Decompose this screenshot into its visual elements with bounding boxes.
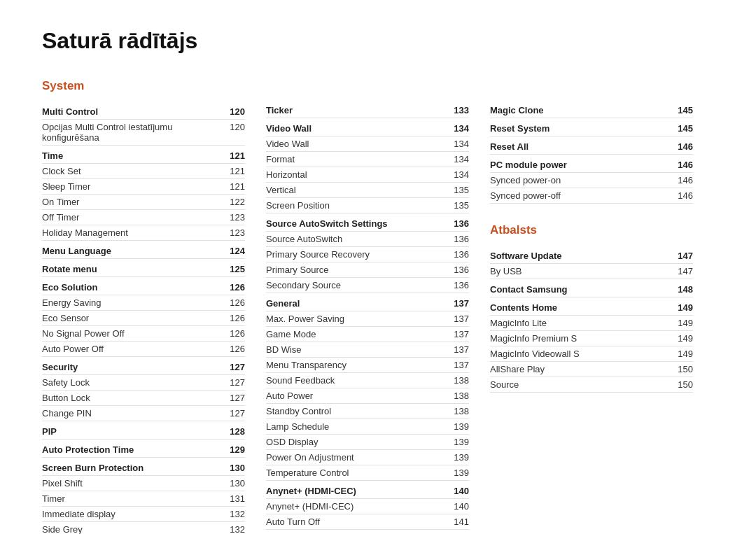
- entry-label: Button Lock: [42, 393, 230, 403]
- entry-page: 137: [454, 360, 469, 370]
- entry-label: Auto Turn Off: [266, 517, 454, 527]
- entry-page: 130: [230, 478, 245, 489]
- entry-label: Eco Sensor: [42, 313, 230, 323]
- toc-entry: Sound Feedback138: [266, 373, 469, 388]
- toc-entry: Side Grey132: [42, 522, 245, 534]
- entry-page: 138: [454, 375, 469, 386]
- entry-label: Video Wall: [266, 123, 454, 134]
- entry-label: Auto Power: [266, 391, 454, 401]
- entry-label: Video Wall: [266, 139, 454, 149]
- toc-entry: Off Timer123: [42, 210, 245, 225]
- toc-entry: Source AutoSwitch Settings136: [266, 216, 469, 232]
- col1: System Multi Control120Opcijas Multi Con…: [42, 79, 266, 534]
- entry-page: 147: [678, 251, 693, 261]
- entry-label: Vertical: [266, 185, 454, 195]
- entry-page: 139: [454, 437, 469, 447]
- toc-entry: Eco Sensor126: [42, 311, 245, 326]
- entry-label: Synced power-on: [490, 175, 678, 185]
- entry-label: Game Mode: [266, 329, 454, 339]
- entry-page: 126: [230, 328, 245, 339]
- entry-label: PC module power: [490, 160, 678, 170]
- entry-page: 137: [454, 298, 469, 309]
- page-title: Saturā rādītājs: [42, 28, 714, 54]
- toc-entry: Sleep Timer121: [42, 179, 245, 195]
- entry-label: Pixel Shift: [42, 478, 230, 489]
- entry-label: Temperature Control: [266, 468, 454, 478]
- entry-page: 134: [454, 139, 469, 149]
- entry-label: Primary Source Recovery: [266, 249, 454, 260]
- toc-entry: PIP128: [42, 424, 245, 440]
- entry-page: 127: [230, 377, 245, 388]
- toc-entry: PC module power146: [490, 157, 693, 173]
- toc-entry: Change PIN127: [42, 406, 245, 421]
- toc-entry: General137: [266, 296, 469, 311]
- entry-label: No Signal Power Off: [42, 328, 230, 339]
- entry-label: Anynet+ (HDMI-CEC): [266, 501, 454, 512]
- toc-entry: Auto Power138: [266, 388, 469, 404]
- entry-label: Holiday Management: [42, 227, 230, 238]
- entry-label: AllShare Play: [490, 364, 678, 374]
- toc-columns: System Multi Control120Opcijas Multi Con…: [42, 79, 714, 534]
- entry-page: 146: [678, 160, 693, 170]
- entry-label: Max. Power Saving: [266, 314, 454, 324]
- toc-entry: OSD Display139: [266, 435, 469, 450]
- entry-label: Primary Source: [266, 265, 454, 275]
- entry-label: General: [266, 298, 454, 309]
- entry-page: 149: [678, 302, 693, 313]
- entry-label: Menu Language: [42, 246, 230, 256]
- entry-page: 141: [454, 517, 469, 527]
- toc-entry: Safety Lock127: [42, 375, 245, 391]
- toc-entry: Auto Protection Time129: [42, 442, 245, 458]
- toc-entry: Auto Power Off126: [42, 342, 245, 357]
- entry-page: 122: [230, 197, 245, 207]
- toc-entry: Temperature Control139: [266, 465, 469, 481]
- entry-page: 126: [230, 282, 245, 293]
- entry-page: 136: [454, 218, 469, 229]
- entry-page: 138: [454, 406, 469, 416]
- toc-entry: Immediate display132: [42, 507, 245, 522]
- toc-entry: Game Mode137: [266, 327, 469, 342]
- entry-page: 149: [678, 349, 693, 359]
- col2: Ticker133Video Wall134Video Wall134Forma…: [266, 79, 490, 534]
- entry-page: 123: [230, 227, 245, 238]
- entry-page: 137: [454, 314, 469, 324]
- toc-entry: Synced power-on146: [490, 173, 693, 188]
- toc-entry: Eco Solution126: [42, 280, 245, 295]
- section-title-atbalsts: Atbalsts: [490, 223, 693, 240]
- toc-entry: Contact Samsung148: [490, 282, 693, 297]
- entry-page: 121: [230, 166, 245, 176]
- entry-page: 146: [678, 190, 693, 201]
- entry-page: 138: [454, 391, 469, 401]
- toc-entry: Horizontal134: [266, 167, 469, 183]
- toc-entry: MagicInfo Premium S149: [490, 331, 693, 346]
- toc-entry: Energy Saving126: [42, 295, 245, 311]
- entry-page: 148: [678, 284, 693, 295]
- entry-page: 134: [454, 154, 469, 164]
- entry-page: 127: [230, 408, 245, 419]
- toc-entry: MagicInfo Videowall S149: [490, 346, 693, 362]
- toc-entry: Screen Position135: [266, 198, 469, 213]
- toc-entry: Source150: [490, 377, 693, 393]
- entry-label: Change PIN: [42, 408, 230, 419]
- toc-entry: No Signal Power Off126: [42, 326, 245, 342]
- toc-entry: Standby Control138: [266, 404, 469, 419]
- entry-page: 146: [678, 141, 693, 152]
- col1-entries: Multi Control120Opcijas Multi Control ie…: [42, 104, 245, 534]
- toc-entry: Reset All146: [490, 139, 693, 155]
- entry-page: 126: [230, 344, 245, 354]
- entry-page: 150: [678, 379, 693, 390]
- entry-label: Contact Samsung: [490, 284, 678, 295]
- entry-page: 121: [230, 150, 245, 161]
- entry-page: 140: [454, 486, 469, 496]
- entry-page: 149: [678, 333, 693, 344]
- entry-label: Software Update: [490, 251, 678, 261]
- entry-page: 127: [230, 362, 245, 372]
- entry-page: 147: [678, 266, 693, 276]
- entry-page: 139: [454, 468, 469, 478]
- toc-entry: Synced power-off146: [490, 188, 693, 204]
- entry-page: 134: [454, 123, 469, 134]
- entry-page: 132: [230, 524, 245, 534]
- entry-label: Rotate menu: [42, 264, 230, 274]
- toc-entry: Holiday Management123: [42, 225, 245, 241]
- entry-label: Menu Transparency: [266, 360, 454, 370]
